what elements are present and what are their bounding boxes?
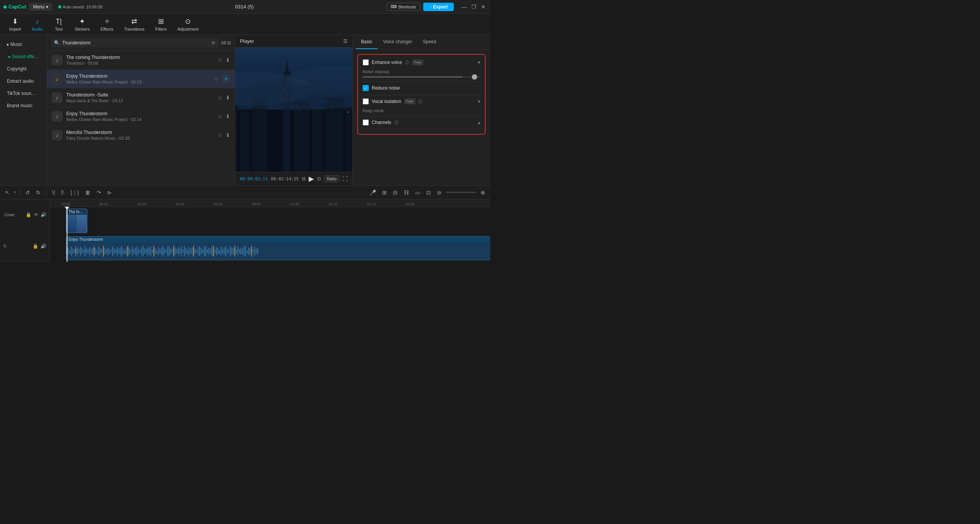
audio-clip[interactable]: Enjoy Thunderstorm	[66, 236, 490, 261]
audio-track-item[interactable]: ♪ Merciful Thunderstorm Fairy Drizzle Na…	[47, 126, 235, 145]
player-menu-button[interactable]: ☰	[343, 38, 348, 44]
channels-toggle[interactable]	[363, 119, 369, 126]
tool-audio[interactable]: ♪ Audio	[27, 15, 47, 34]
maximize-button[interactable]: ❐	[470, 4, 478, 10]
slider-thumb[interactable]	[472, 74, 477, 80]
svg-rect-159	[213, 246, 214, 255]
vocal-isolation-toggle[interactable]	[363, 98, 369, 104]
sidebar-item-music[interactable]: ▸ Music	[2, 39, 44, 50]
player-video	[235, 47, 352, 172]
favorite-button[interactable]: ☆	[218, 95, 223, 101]
tab-voice-changer[interactable]: Voice changer	[378, 35, 417, 49]
select-tool-button[interactable]: ↖	[3, 188, 11, 197]
video-clip[interactable]: The fog or	[66, 209, 87, 233]
caption-button[interactable]: ⊡	[424, 188, 433, 197]
audio-track-volume-button[interactable]: 🔊	[41, 243, 46, 249]
vocal-isolation-expand-icon[interactable]: ▾	[478, 99, 480, 104]
svg-rect-90	[164, 248, 165, 254]
clip-link-button[interactable]: ⊞	[380, 188, 389, 197]
clear-search-button[interactable]: ✕	[211, 40, 216, 46]
audio-track-item[interactable]: ♪ Thunderstorm -Suite klaus back & Tini …	[47, 88, 235, 107]
audio-track-item[interactable]: ♪ Enjoy Thunderstorm Nellys Ocean Rain M…	[47, 107, 235, 126]
split-button[interactable]: |⧵	[59, 188, 67, 197]
download-button[interactable]: ⬇	[226, 57, 230, 63]
sidebar-item-brand-music[interactable]: Brand music	[2, 100, 44, 111]
channels-expand-icon[interactable]: ▴	[478, 120, 480, 125]
player-controls: 00:00:02:11 00:02:14:25 ⊟ ▶ ⊡ Ratio ⛶	[235, 172, 352, 185]
tool-text[interactable]: T| Text	[49, 15, 69, 34]
zoom-out-button[interactable]: ⊖	[435, 188, 443, 197]
audio-track-loop-button[interactable]: ↻	[3, 243, 7, 249]
video-track-eye-button[interactable]: 👁	[34, 212, 38, 217]
add-to-timeline-button[interactable]: +	[222, 75, 230, 83]
favorite-button[interactable]: ☆	[214, 76, 219, 82]
search-input[interactable]	[62, 40, 209, 46]
fullscreen-button[interactable]: ⛶	[342, 176, 348, 182]
tool-filters[interactable]: ⊞ Filters	[151, 15, 171, 34]
channels-info-icon[interactable]: ⓘ	[394, 120, 399, 126]
noise-cleanup-slider[interactable]	[363, 76, 480, 78]
sidebar-item-tiktok-sound[interactable]: TikTok soun...	[2, 88, 44, 99]
svg-rect-88	[161, 247, 162, 255]
undo-button[interactable]: ↺	[23, 188, 32, 197]
menu-button[interactable]: Menu ▾	[29, 3, 52, 11]
play-button[interactable]: ▶	[309, 175, 314, 183]
zoom-slider[interactable]	[446, 192, 476, 193]
close-button[interactable]: ✕	[479, 4, 487, 10]
tool-stickers[interactable]: ✦ Stickers	[70, 15, 94, 34]
reduce-noise-checkbox[interactable]: ✓	[363, 85, 369, 91]
audio-track-lock-button[interactable]: 🔒	[33, 243, 38, 249]
tool-import[interactable]: ⬇ Import	[5, 15, 26, 34]
ratio-button[interactable]: Ratio	[324, 175, 339, 182]
tab-basic[interactable]: Basic	[356, 35, 378, 49]
shortcuts-button[interactable]: ⌨ Shortcuts	[386, 3, 420, 11]
text-overlay-button[interactable]: ▭	[413, 188, 422, 197]
download-button[interactable]: ⬇	[226, 132, 230, 138]
svg-rect-119	[208, 247, 209, 255]
reduce-noise-row: ✓ Reduce noise	[363, 85, 480, 91]
svg-rect-161	[251, 246, 252, 255]
transition-button[interactable]: ⊟	[391, 188, 399, 197]
minimize-button[interactable]: —	[460, 4, 468, 10]
audio-track-actions: ☆ +	[214, 75, 230, 83]
microphone-button[interactable]: 🎤	[368, 188, 378, 197]
video-track-lock-button[interactable]: 🔒	[26, 212, 31, 217]
autosave-text: Auto saved: 19:06:08	[63, 5, 103, 9]
shield-button[interactable]: ⊳	[105, 188, 114, 197]
sidebar-item-sound-effects[interactable]: ▸ Sound effe...	[2, 51, 44, 62]
download-button[interactable]: ⬇	[226, 95, 230, 101]
favorite-button[interactable]: ☆	[218, 113, 223, 119]
mirror-button[interactable]: ↷	[95, 188, 103, 197]
enhance-voice-info-icon[interactable]: ⓘ	[405, 60, 409, 65]
enhance-voice-toggle[interactable]	[363, 59, 369, 65]
tab-speed[interactable]: Speed	[417, 35, 442, 49]
redo-button[interactable]: ↻	[34, 188, 43, 197]
enhance-voice-expand-icon[interactable]: ▾	[478, 60, 480, 65]
link-button[interactable]: ⛓	[402, 188, 411, 197]
playhead[interactable]	[67, 207, 67, 262]
svg-rect-134	[231, 247, 232, 255]
tool-transitions[interactable]: ⇄ Transitions	[119, 15, 149, 34]
sidebar-item-extract-audio[interactable]: Extract audio	[2, 75, 44, 87]
sidebar-item-copyright[interactable]: Copyright	[2, 63, 44, 75]
screenshot-button[interactable]: ⊡	[317, 176, 321, 181]
favorite-button[interactable]: ☆	[218, 57, 223, 63]
audio-track-item[interactable]: ♪ The coming Thunderstorm Tonitribus · 0…	[47, 51, 235, 70]
vocal-isolation-info-icon[interactable]: ⓘ	[418, 99, 422, 104]
zoom-fit-button[interactable]: ⊕	[479, 188, 487, 197]
filter-button[interactable]: All ⊟	[221, 40, 231, 46]
audio-track-item[interactable]: ♪ Enjoy Thunderstorm Nellys Ocean Rain M…	[47, 70, 235, 88]
export-button[interactable]: ↑ Export	[423, 3, 454, 11]
svg-rect-37	[83, 250, 84, 252]
timeline-grid-button[interactable]: ⊟	[302, 176, 306, 181]
delete-button[interactable]: 🗑	[83, 188, 92, 197]
favorite-button[interactable]: ☆	[218, 132, 223, 138]
download-button[interactable]: ⬇	[226, 113, 230, 119]
split-right-button[interactable]: |⋮|	[69, 188, 80, 197]
split-left-button[interactable]: ⧵|	[50, 188, 57, 197]
tool-effects[interactable]: ✧ Effects	[96, 15, 118, 34]
top-toolbar: ◈ CapCut Menu ▾ Auto saved: 19:06:08 031…	[0, 0, 490, 14]
tool-adjustment[interactable]: ⊙ Adjustment	[173, 15, 203, 34]
audio-track-info: Enjoy Thunderstorm Nellys Ocean Rain Mus…	[66, 111, 214, 122]
video-track-audio-button[interactable]: 🔊	[41, 212, 46, 217]
